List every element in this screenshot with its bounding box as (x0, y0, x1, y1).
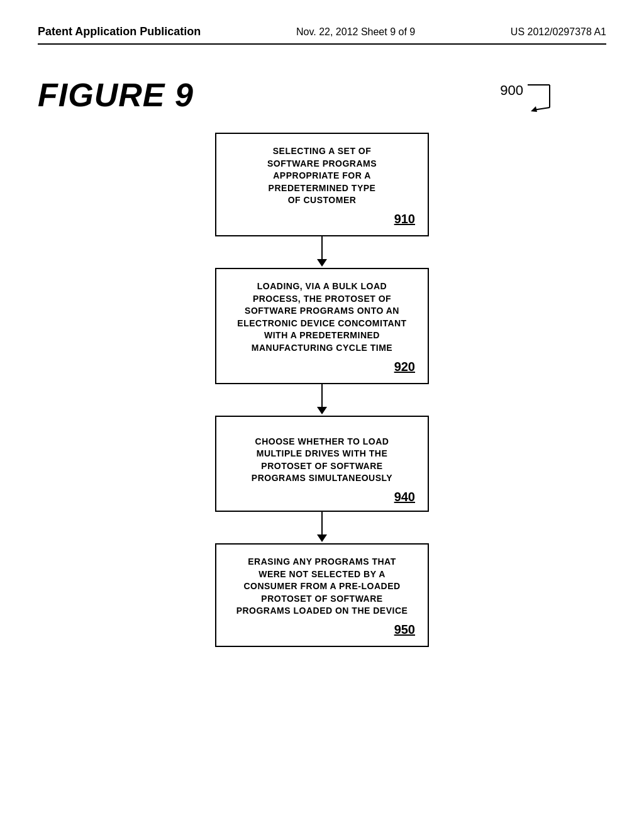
step-920-text: LOADING, VIA A BULK LOADPROCESS, THE PRO… (229, 280, 415, 355)
diagram-number: 900 (500, 82, 523, 99)
step-910-number: 910 (229, 212, 415, 226)
arrow-head-icon (317, 534, 327, 542)
bracket-arrow-icon (525, 84, 556, 112)
step-910-text: SELECTING A SET OFSOFTWARE PROGRAMSAPPRO… (229, 145, 415, 207)
step-950-box: ERASING ANY PROGRAMS THATWERE NOT SELECT… (215, 543, 429, 647)
arrow-line (321, 236, 323, 259)
header: Patent Application Publication Nov. 22, … (38, 25, 606, 45)
publication-date-sheet: Nov. 22, 2012 Sheet 9 of 9 (296, 26, 415, 38)
step-940-box: CHOOSE WHETHER TO LOADMULTIPLE DRIVES WI… (215, 416, 429, 512)
step-920-box: LOADING, VIA A BULK LOADPROCESS, THE PRO… (215, 268, 429, 384)
svg-marker-4 (531, 106, 537, 112)
flowchart: SELECTING A SET OFSOFTWARE PROGRAMSAPPRO… (38, 133, 606, 647)
page: Patent Application Publication Nov. 22, … (0, 0, 644, 830)
arrow-920-940 (317, 384, 327, 416)
patent-number: US 2012/0297378 A1 (511, 26, 606, 38)
step-940-number: 940 (229, 490, 415, 504)
step-920-number: 920 (229, 360, 415, 374)
step-910-box: SELECTING A SET OFSOFTWARE PROGRAMSAPPRO… (215, 133, 429, 236)
publication-label: Patent Application Publication (38, 25, 201, 38)
step-940-text: CHOOSE WHETHER TO LOADMULTIPLE DRIVES WI… (229, 436, 415, 485)
arrow-940-950 (317, 512, 327, 543)
arrow-head-icon (317, 259, 327, 267)
arrow-910-920 (317, 236, 327, 268)
figure-area: FIGURE 9 900 (38, 76, 606, 114)
figure-number-area: 900 (500, 76, 606, 112)
arrow-head-icon (317, 407, 327, 414)
step-950-number: 950 (229, 622, 415, 637)
arrow-line (321, 384, 323, 407)
step-950-text: ERASING ANY PROGRAMS THATWERE NOT SELECT… (229, 556, 415, 617)
arrow-line (321, 512, 323, 534)
figure-title: FIGURE 9 (38, 76, 194, 114)
